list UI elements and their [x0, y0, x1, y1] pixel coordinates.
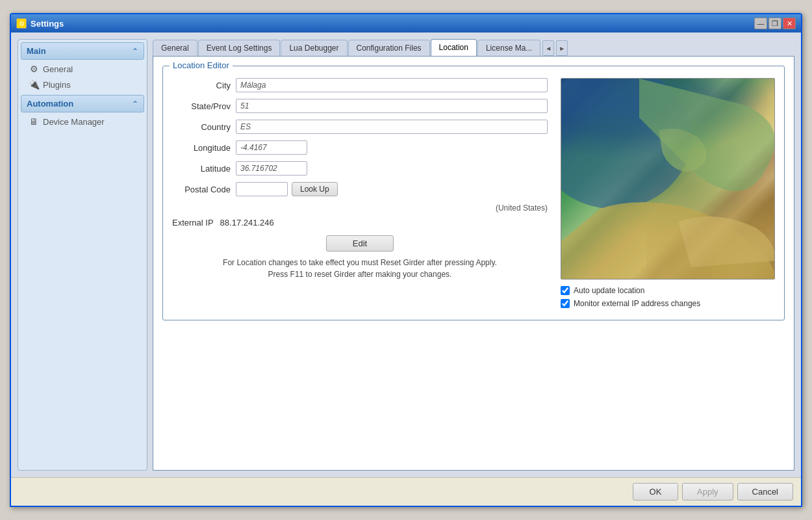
- info-text-line1: For Location changes to take effect you …: [172, 257, 548, 268]
- tab-license[interactable]: License Ma...: [477, 40, 540, 56]
- sidebar-section-main-header[interactable]: Main ⌃: [21, 42, 144, 60]
- settings-window: ⚙ Settings — ❐ ✕ Main ⌃ ⚙ General: [10, 13, 802, 507]
- auto-update-label: Auto update location: [574, 286, 644, 295]
- window-title: Settings: [31, 19, 64, 29]
- section-collapse-icon-automation: ⌃: [132, 99, 138, 109]
- tabs-bar: General Event Log Settings Lua Debugger …: [153, 39, 794, 56]
- sidebar-section-automation-header[interactable]: Automation ⌃: [21, 95, 144, 112]
- sidebar-section-automation-title: Automation: [27, 99, 73, 109]
- external-ip-value: 88.17.241.246: [220, 218, 274, 228]
- monitor-ip-checkbox[interactable]: [561, 299, 570, 308]
- city-input[interactable]: [236, 78, 548, 92]
- map-image: [561, 78, 775, 280]
- sidebar-item-device-manager[interactable]: 🖥 Device Manager: [21, 114, 144, 129]
- longitude-input[interactable]: [236, 140, 307, 155]
- city-row: City: [172, 78, 548, 92]
- tab-location[interactable]: Location: [431, 39, 477, 56]
- sidebar-item-plugins[interactable]: 🔌 Plugins: [21, 77, 144, 92]
- tab-event-log[interactable]: Event Log Settings: [198, 40, 281, 56]
- longitude-label: Longitude: [172, 143, 231, 153]
- country-row: Country: [172, 120, 548, 134]
- postal-label: Postal Code: [172, 185, 231, 194]
- tab-general[interactable]: General: [153, 40, 197, 56]
- edit-button[interactable]: Edit: [326, 235, 394, 252]
- country-label: Country: [172, 122, 231, 132]
- sidebar-section-automation: Automation ⌃ 🖥 Device Manager: [21, 95, 144, 129]
- city-label: City: [172, 81, 231, 90]
- location-form: City State/Prov Country: [172, 78, 548, 312]
- ok-button[interactable]: OK: [633, 483, 678, 500]
- auto-update-checkbox[interactable]: [561, 286, 570, 295]
- bottom-bar: OK Apply Cancel: [11, 477, 801, 506]
- state-label: State/Prov: [172, 101, 231, 111]
- latitude-row: Latitude: [172, 161, 548, 176]
- device-manager-icon: 🖥: [29, 116, 39, 127]
- tab-lua-debugger[interactable]: Lua Debugger: [281, 40, 347, 56]
- close-button[interactable]: ✕: [783, 18, 796, 29]
- latitude-input[interactable]: [236, 161, 307, 176]
- title-bar-left: ⚙ Settings: [16, 18, 64, 29]
- plugins-icon: 🔌: [29, 79, 39, 90]
- map-controls: Auto update location Monitor external IP…: [561, 286, 775, 308]
- sidebar: Main ⌃ ⚙ General 🔌 Plugins Automation ⌃: [18, 39, 147, 471]
- state-input[interactable]: [236, 99, 548, 113]
- latitude-label: Latitude: [172, 164, 231, 174]
- main-content: General Event Log Settings Lua Debugger …: [153, 39, 794, 471]
- external-ip-row: External IP 88.17.241.246: [172, 218, 548, 228]
- sidebar-section-main-title: Main: [27, 46, 46, 56]
- tab-content-location: Location Editor City State/Prov: [153, 56, 794, 471]
- info-text-line2: Press F11 to reset Girder after making y…: [172, 268, 548, 280]
- longitude-row: Longitude: [172, 140, 548, 155]
- sidebar-section-main: Main ⌃ ⚙ General 🔌 Plugins: [21, 42, 144, 92]
- country-input[interactable]: [236, 120, 548, 134]
- map-svg: [561, 79, 775, 280]
- window-body: Main ⌃ ⚙ General 🔌 Plugins Automation ⌃: [11, 32, 801, 477]
- window-icon: ⚙: [16, 18, 27, 29]
- sidebar-item-device-manager-label: Device Manager: [43, 117, 105, 127]
- external-ip-label: External IP: [172, 218, 214, 228]
- monitor-ip-label: Monitor external IP address changes: [574, 299, 700, 308]
- restore-button[interactable]: ❐: [768, 18, 781, 29]
- location-editor-legend: Location Editor: [170, 60, 233, 70]
- location-editor-inner: City State/Prov Country: [172, 78, 775, 312]
- sidebar-item-plugins-label: Plugins: [43, 80, 71, 90]
- apply-button[interactable]: Apply: [682, 483, 733, 500]
- location-editor-group: Location Editor City State/Prov: [162, 66, 785, 320]
- lookup-button[interactable]: Look Up: [292, 182, 338, 196]
- postal-row: Postal Code Look Up: [172, 182, 548, 196]
- title-bar: ⚙ Settings — ❐ ✕: [11, 14, 801, 32]
- section-collapse-icon-main: ⌃: [132, 47, 138, 56]
- postal-input[interactable]: [236, 182, 288, 196]
- general-icon: ⚙: [29, 64, 39, 74]
- country-display-text: (United States): [496, 203, 548, 213]
- monitor-ip-row: Monitor external IP address changes: [561, 299, 775, 308]
- minimize-button[interactable]: —: [754, 18, 767, 29]
- cancel-button[interactable]: Cancel: [737, 483, 793, 500]
- map-area: Auto update location Monitor external IP…: [561, 78, 775, 312]
- state-row: State/Prov: [172, 99, 548, 113]
- tab-config-files[interactable]: Configuration Files: [348, 40, 430, 56]
- title-bar-controls: — ❐ ✕: [754, 18, 796, 29]
- tab-nav-next[interactable]: ►: [556, 40, 568, 56]
- auto-update-row: Auto update location: [561, 286, 775, 295]
- tab-nav-prev[interactable]: ◄: [542, 40, 554, 56]
- postal-controls: Look Up: [236, 182, 338, 196]
- sidebar-item-general-label: General: [43, 64, 73, 74]
- sidebar-item-general[interactable]: ⚙ General: [21, 61, 144, 77]
